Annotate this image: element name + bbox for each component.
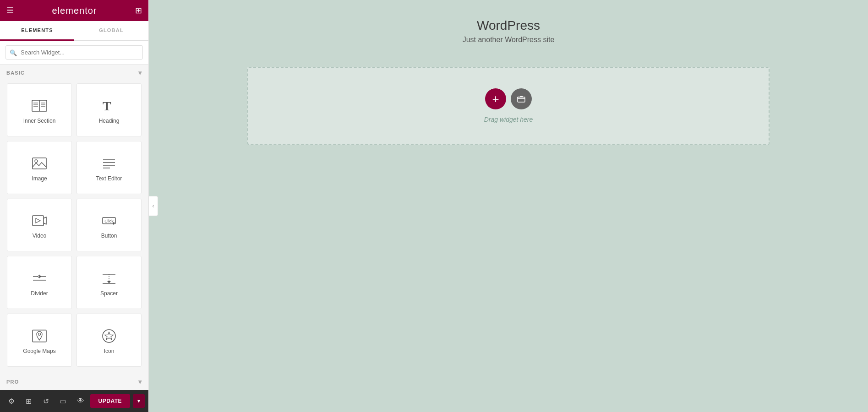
widget-google-maps[interactable]: Google Maps — [7, 314, 72, 367]
search-icon: 🔍 — [10, 49, 17, 56]
settings-icon[interactable]: ⚙ — [4, 392, 19, 410]
add-section-button[interactable]: + — [485, 88, 506, 109]
folder-icon — [517, 94, 526, 103]
pro-chevron-icon: ▾ — [138, 378, 142, 385]
pro-section-header[interactable]: PRO ▾ — [0, 374, 148, 390]
widgets-grid: Inner Section T Heading Image — [0, 81, 148, 374]
svg-marker-16 — [36, 218, 40, 223]
drop-zone-buttons: + — [485, 88, 532, 109]
svg-text:T: T — [103, 99, 111, 113]
bottom-bar: ⚙ ⊞ ↺ ▭ 👁 UPDATE ▾ — [0, 390, 148, 412]
pro-section-label: PRO — [6, 379, 19, 385]
widget-text-editor-label: Text Editor — [96, 175, 122, 182]
widget-button-label: Button — [101, 233, 117, 239]
site-tagline: Just another WordPress site — [463, 36, 555, 44]
text-editor-icon — [101, 155, 117, 172]
widget-video[interactable]: Video — [7, 199, 72, 252]
basic-section-header[interactable]: BASIC ▾ — [0, 65, 148, 81]
svg-rect-15 — [33, 216, 44, 226]
heading-icon: T — [101, 98, 117, 114]
tab-bar: ELEMENTS GLOBAL — [0, 21, 148, 41]
tab-elements[interactable]: ELEMENTS — [0, 21, 74, 41]
widget-heading-label: Heading — [99, 118, 120, 124]
icon-widget-icon — [101, 328, 117, 344]
search-bar: 🔍 — [0, 41, 148, 65]
drop-hint: Drag widget here — [484, 116, 533, 123]
basic-section-label: BASIC — [6, 70, 25, 76]
site-title: WordPress — [477, 18, 540, 33]
spacer-icon — [101, 270, 117, 287]
widget-icon[interactable]: Icon — [76, 314, 142, 367]
elementor-logo: elementor — [52, 5, 97, 16]
widget-image-label: Image — [32, 175, 47, 182]
widget-image[interactable]: Image — [7, 141, 72, 194]
widget-divider[interactable]: Divider — [7, 256, 72, 309]
preview-icon[interactable]: 👁 — [73, 392, 88, 410]
tab-global[interactable]: GLOBAL — [74, 21, 148, 40]
template-button[interactable] — [511, 88, 532, 109]
search-input[interactable] — [5, 45, 143, 60]
update-arrow-button[interactable]: ▾ — [133, 394, 145, 408]
inner-section-icon — [31, 98, 48, 114]
svg-text:Click: Click — [104, 219, 114, 223]
svg-point-10 — [35, 160, 38, 163]
widget-icon-label: Icon — [104, 348, 115, 354]
widget-spacer[interactable]: Spacer — [76, 256, 142, 309]
responsive-icon[interactable]: ▭ — [55, 392, 71, 410]
layers-icon[interactable]: ⊞ — [21, 392, 37, 410]
svg-rect-33 — [518, 97, 525, 102]
canvas: WordPress Just another WordPress site + … — [149, 0, 868, 412]
video-icon — [31, 212, 48, 229]
widget-heading[interactable]: T Heading — [76, 83, 142, 136]
divider-icon — [31, 270, 48, 287]
widget-text-editor[interactable]: Text Editor — [76, 141, 142, 194]
hamburger-icon[interactable]: ☰ — [6, 5, 14, 16]
svg-point-30 — [38, 333, 41, 336]
svg-marker-32 — [105, 332, 114, 340]
collapse-sidebar-handle[interactable]: ‹ — [149, 196, 158, 216]
widget-video-label: Video — [33, 233, 46, 239]
update-button[interactable]: UPDATE — [90, 394, 130, 408]
google-maps-icon — [31, 328, 48, 344]
widget-button[interactable]: Click Button — [76, 199, 142, 252]
svg-point-31 — [103, 330, 115, 342]
grid-icon[interactable]: ⊞ — [135, 5, 142, 16]
widget-divider-label: Divider — [31, 290, 48, 297]
image-icon — [31, 155, 48, 172]
widget-inner-section-label: Inner Section — [23, 118, 56, 124]
svg-rect-9 — [33, 158, 46, 169]
top-bar: ☰ elementor ⊞ — [0, 0, 148, 21]
history-icon[interactable]: ↺ — [38, 392, 54, 410]
widget-google-maps-label: Google Maps — [23, 348, 55, 354]
drop-zone[interactable]: + Drag widget here — [247, 67, 770, 145]
button-icon: Click — [101, 212, 117, 229]
widget-spacer-label: Spacer — [100, 290, 118, 297]
basic-chevron-icon: ▾ — [138, 69, 142, 76]
widget-inner-section[interactable]: Inner Section — [7, 83, 72, 136]
